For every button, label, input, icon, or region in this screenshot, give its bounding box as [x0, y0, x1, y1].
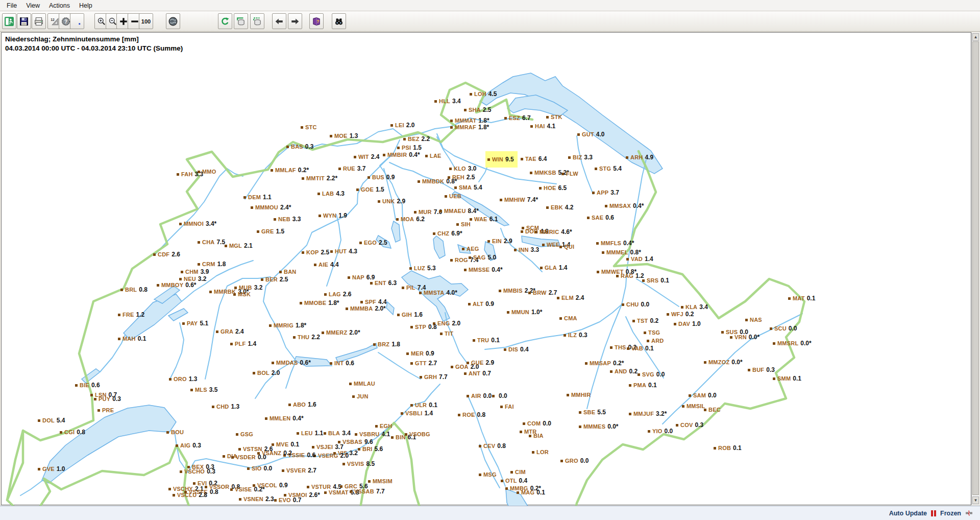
station-MMNOI[interactable]: MMNOI3.4*: [179, 220, 216, 227]
station-BRL[interactable]: BRL0.8: [120, 286, 148, 293]
pause-icon[interactable]: [931, 510, 936, 516]
station-LUZ[interactable]: LUZ5.3: [409, 265, 436, 272]
vertical-scrollbar[interactable]: ▲ ▼: [971, 33, 979, 505]
station-SAG[interactable]: SAG5.0: [469, 254, 496, 261]
station-VSBLI[interactable]: VSBLI1.4: [401, 410, 433, 417]
station-VSDER[interactable]: VSDER0.0: [231, 454, 266, 461]
station-MMERZ[interactable]: MMERZ2.0*: [322, 329, 360, 336]
station-EIN[interactable]: EIN2.9: [487, 238, 512, 245]
station-MMMOU[interactable]: MMMOU2.4*: [251, 204, 291, 211]
station-BRW[interactable]: BRW2.7: [528, 289, 557, 296]
station-MMRIC[interactable]: MMRIC4.6*: [535, 228, 572, 235]
station-CHM[interactable]: CHM3.9: [181, 268, 209, 275]
station-MOA[interactable]: MOA6.2: [396, 216, 425, 223]
station-ORO[interactable]: ORO1.3: [169, 375, 197, 383]
station-FLW[interactable]: FLW: [561, 171, 578, 177]
station-BIE[interactable]: BIE0.6: [75, 382, 100, 389]
station-KOP[interactable]: KOP2.5: [302, 249, 329, 256]
station-GIH[interactable]: GIH1.6: [397, 311, 423, 318]
station-MMMAT[interactable]: MMMAT1.8*: [450, 117, 489, 124]
station-HOE[interactable]: HOE6.5: [539, 184, 567, 192]
station-BAN[interactable]: BAN: [279, 269, 296, 275]
station-VSCLU[interactable]: VSCLU2.8: [173, 491, 207, 499]
station-VSCHO[interactable]: VSCHO0.3: [180, 468, 215, 475]
station-GOE[interactable]: GOE1.5: [356, 186, 384, 193]
station-CGI[interactable]: CGI0.8: [60, 429, 85, 436]
station-VAB[interactable]: VAB0.1: [627, 345, 654, 352]
station-VSVER[interactable]: VSVER2.7: [282, 467, 316, 474]
station-ANT[interactable]: ANT0.7: [464, 370, 491, 377]
station-CEV[interactable]: CEV0.8: [479, 442, 506, 450]
station-VSMOI[interactable]: VSMOI2.6*: [284, 491, 320, 499]
station-MMAEU[interactable]: MMAEU8.4*: [439, 207, 479, 215]
station-NAS[interactable]: NAS: [745, 317, 762, 323]
station-STC[interactable]: STC: [301, 124, 317, 130]
station-MMBDK[interactable]: MMBDK0.8*: [418, 178, 457, 185]
station-PRE[interactable]: PRE: [97, 407, 114, 413]
station-INN[interactable]: INN3.3: [514, 246, 539, 253]
station-ROE[interactable]: ROE0.8: [458, 411, 485, 418]
station-MMSAX[interactable]: MMSAX0.4*: [605, 202, 644, 209]
station-LAE[interactable]: LAE: [425, 153, 442, 159]
station-SPF[interactable]: SPF4.4: [360, 298, 387, 305]
station-MSG[interactable]: MSG: [479, 471, 497, 478]
station-SHA[interactable]: SHA2.5: [464, 106, 492, 113]
station-MMSSE[interactable]: MMSSE0.4*: [464, 266, 503, 273]
station-MMSAP[interactable]: MMSAP0.2*: [585, 360, 624, 367]
scroll-down-icon[interactable]: ▼: [972, 497, 979, 504]
station-SIH[interactable]: SIH: [456, 221, 471, 227]
station-FAI[interactable]: FAI: [500, 404, 514, 410]
station-STG[interactable]: STG5.4: [595, 165, 622, 172]
station-UEB[interactable]: UEB: [445, 193, 461, 199]
station-GUT[interactable]: GUT4.0: [577, 131, 605, 138]
station-MGL[interactable]: MGL2.1: [225, 242, 253, 249]
station-EBK[interactable]: EBK4.2: [546, 204, 574, 211]
station-MMOBE[interactable]: MMOBE1.8*: [300, 299, 339, 306]
station-CIM[interactable]: CIM: [510, 469, 526, 475]
station-AND[interactable]: AND0.2: [610, 368, 638, 375]
station-OTL[interactable]: OTL0.4: [501, 477, 527, 484]
station-COM[interactable]: COM0.0: [523, 420, 551, 427]
station-VSOBG[interactable]: VSOBG: [405, 431, 430, 437]
station-MMZOZ[interactable]: MMZOZ0.0*: [704, 359, 743, 366]
station-MMSIM[interactable]: MMSIM: [368, 478, 393, 484]
station-FRE[interactable]: FRE1.2: [118, 311, 144, 318]
station-KLO[interactable]: KLO3.0: [449, 165, 477, 172]
station-CRM[interactable]: CRM1.8: [198, 261, 226, 268]
station-CHZ[interactable]: CHZ6.9*: [433, 230, 462, 237]
station-UNK[interactable]: UNK2.9: [378, 198, 405, 205]
station-ENT[interactable]: ENT6.3: [370, 279, 397, 287]
station-ILZ[interactable]: ILZ0.3: [564, 332, 587, 339]
station-MMDAS[interactable]: MMDAS0.6*: [272, 359, 311, 366]
station-MAG[interactable]: MAG0.1: [517, 489, 545, 496]
station-VSNEN[interactable]: VSNEN2.3: [239, 495, 274, 503]
station-PAY[interactable]: PAY5.1: [182, 320, 208, 327]
station-BUS[interactable]: BUS0.9: [368, 174, 395, 181]
station-MMSTA[interactable]: MMSTA4.0*: [419, 289, 457, 296]
station-MSK[interactable]: MSK: [233, 291, 251, 297]
station-GVE[interactable]: GVE1.0: [38, 465, 65, 472]
station-SMA[interactable]: SMA5.4: [454, 184, 482, 191]
station-HAI[interactable]: HAI4.1: [530, 123, 555, 130]
station-WAE[interactable]: WAE6.1: [470, 216, 498, 223]
station-GRO[interactable]: GRO0.0: [560, 457, 589, 464]
station-WIT[interactable]: WIT2.4: [354, 153, 379, 160]
station-WIN[interactable]: WIN9.5: [485, 151, 518, 168]
station-CHD[interactable]: CHD1.3: [212, 403, 239, 410]
station-MUR[interactable]: MUR7.0: [414, 208, 442, 216]
station-GTT[interactable]: GTT2.7: [410, 360, 437, 367]
station-VSERG[interactable]: VSERG2.0: [313, 452, 349, 459]
station-MMMEL[interactable]: MMMEL0.8*: [602, 249, 641, 256]
station-ARH[interactable]: ARH4.9: [626, 154, 653, 161]
station-VAD[interactable]: VAD1.4: [626, 255, 653, 263]
station-DIS[interactable]: DIS0.4: [504, 346, 529, 353]
station-MMJUF[interactable]: MMJUF3.2*: [629, 410, 667, 417]
station-SVG[interactable]: SVG0.0: [638, 371, 665, 378]
scrollbar-thumb[interactable]: [972, 41, 979, 495]
station-MOE[interactable]: MOE1.3: [330, 132, 358, 139]
station-TST[interactable]: TST0.2: [632, 317, 658, 324]
station-WYN[interactable]: WYN1.9: [318, 212, 347, 219]
station-GRH[interactable]: GRH7.7: [420, 373, 448, 381]
station-MMLAF[interactable]: MMLAF0.2*: [271, 167, 309, 174]
station-CDF[interactable]: CDF2.6: [153, 251, 180, 258]
